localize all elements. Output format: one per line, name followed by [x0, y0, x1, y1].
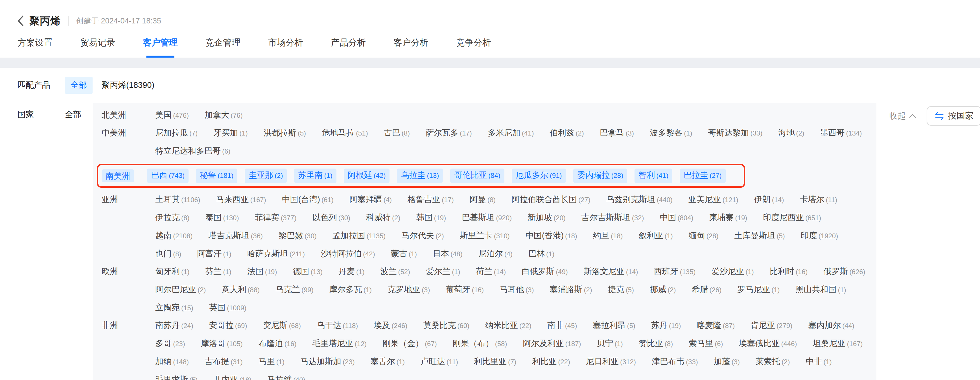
country-item[interactable]: 爱尔兰(1) [426, 267, 460, 278]
tab-竞企管理[interactable]: 竞企管理 [205, 37, 240, 57]
country-item[interactable]: 捷克(5) [608, 285, 634, 296]
continent-label[interactable]: 北美洲 [102, 110, 155, 120]
country-item[interactable]: 孟加拉国(1135) [332, 231, 386, 242]
country-item[interactable]: 伊朗(14) [754, 194, 784, 205]
country-item[interactable]: 斯里兰卡(310) [460, 231, 510, 242]
country-item[interactable]: 阿拉伯联合酋长国(27) [511, 194, 590, 205]
country-item[interactable]: 泰国(130) [205, 213, 239, 224]
country-item[interactable]: 刚果（布）(58) [453, 339, 507, 350]
tab-方案设置[interactable]: 方案设置 [18, 37, 52, 57]
country-item[interactable]: 马里(1) [259, 356, 285, 367]
country-item[interactable]: 科威特(2) [366, 213, 400, 224]
country-item[interactable]: 埃塞俄比亚(446) [739, 339, 797, 350]
country-item[interactable]: 马达加斯加(23) [300, 356, 355, 367]
country-item[interactable]: 印度(1920) [801, 231, 838, 242]
country-item[interactable]: 中国(香港)(18) [525, 231, 577, 242]
country-item[interactable]: 塔吉克斯坦(36) [208, 231, 263, 242]
continent-label[interactable]: 中美洲 [102, 128, 155, 137]
country-item[interactable]: 格鲁吉亚(17) [407, 194, 454, 205]
country-item[interactable]: 萨尔瓦多(17) [426, 128, 472, 139]
country-item[interactable]: 尼加拉瓜(7) [155, 128, 197, 139]
country-item[interactable]: 挪威(2) [650, 285, 676, 296]
country-item[interactable]: 摩洛哥(105) [201, 339, 243, 350]
country-item[interactable]: 丹麦(1) [339, 267, 364, 278]
country-item[interactable]: 波多黎各(1) [650, 128, 692, 139]
product-all-chip[interactable]: 全部 [65, 77, 92, 94]
country-item[interactable]: 哥斯达黎加(33) [708, 128, 762, 139]
country-item[interactable]: 巴基斯坦(920) [462, 213, 512, 224]
country-item[interactable]: 莫桑比克(60) [423, 320, 469, 331]
country-item[interactable]: 伊拉克(8) [155, 213, 189, 224]
by-country-button[interactable]: 按国家 [927, 106, 980, 126]
country-item[interactable]: 德国(13) [293, 267, 323, 278]
country-item[interactable]: 哈萨克斯坦(211) [247, 249, 305, 260]
country-item[interactable]: 巴林(1) [528, 249, 554, 260]
country-item[interactable]: 布隆迪(16) [259, 339, 297, 350]
country-item[interactable]: 马拉维(40) [267, 375, 305, 380]
country-item[interactable]: 阿富汗(1) [197, 249, 231, 260]
country-item[interactable]: 牙买加(1) [213, 128, 248, 139]
country-item[interactable]: 卡塔尔(11) [800, 194, 837, 205]
country-item[interactable]: 乌拉圭(13) [397, 169, 443, 183]
country-item[interactable]: 中非(1) [805, 356, 832, 367]
country-item[interactable]: 几内亚(18) [213, 375, 251, 380]
country-item[interactable]: 马尔代夫(2) [401, 231, 444, 242]
country-item[interactable]: 毛里求斯(5) [155, 375, 197, 380]
country-item[interactable]: 塞舌尔(1) [371, 356, 405, 367]
country-item[interactable]: 赞比亚(8) [639, 339, 673, 350]
country-item[interactable]: 塞内加尔(44) [808, 320, 854, 331]
country-item[interactable]: 沙特阿拉伯(42) [321, 249, 375, 260]
country-item[interactable]: 肯尼亚(279) [751, 320, 792, 331]
tab-竞争分析[interactable]: 竞争分析 [456, 37, 491, 57]
country-item[interactable]: 南苏丹(24) [155, 320, 193, 331]
country-item[interactable]: 匈牙利(1) [155, 267, 189, 278]
country-item[interactable]: 尼泊尔(4) [479, 249, 512, 260]
country-item[interactable]: 圭亚那(2) [245, 169, 287, 183]
country-item[interactable]: 伯利兹(2) [550, 128, 584, 139]
country-item[interactable]: 吉布提(31) [205, 356, 243, 367]
country-item[interactable]: 荷兰(14) [476, 267, 506, 278]
country-item[interactable]: 缅甸(28) [689, 231, 719, 242]
country-item[interactable]: 菲律宾(377) [255, 213, 296, 224]
country-item[interactable]: 黎巴嫩(30) [278, 231, 317, 242]
country-item[interactable]: 日本(48) [433, 249, 463, 260]
country-item[interactable]: 卢旺达(11) [420, 356, 458, 367]
country-item[interactable]: 新加坡(20) [528, 213, 566, 224]
country-item[interactable]: 塞拉利昂(5) [593, 320, 635, 331]
back-icon[interactable] [18, 16, 24, 26]
country-item[interactable]: 白俄罗斯(49) [522, 267, 568, 278]
country-item[interactable]: 土耳其(1106) [155, 194, 200, 205]
country-item[interactable]: 约旦(18) [593, 231, 623, 242]
country-item[interactable]: 贝宁(1) [597, 339, 623, 350]
country-item[interactable]: 哥伦比亚(84) [450, 169, 504, 183]
country-item[interactable]: 加纳(148) [155, 356, 189, 367]
country-item[interactable]: 洪都拉斯(5) [264, 128, 306, 139]
country-item[interactable]: 毛里塔尼亚(12) [312, 339, 367, 350]
country-item[interactable]: 中国(804) [660, 213, 694, 224]
country-item[interactable]: 斯洛文尼亚(14) [584, 267, 638, 278]
country-item[interactable]: 坦桑尼亚(167) [813, 339, 863, 350]
country-item[interactable]: 巴拿马(3) [600, 128, 634, 139]
country-item[interactable]: 芬兰(1) [205, 267, 231, 278]
continent-label[interactable]: 非洲 [102, 320, 155, 330]
country-item[interactable]: 波兰(52) [380, 267, 410, 278]
country-item[interactable]: 爱沙尼亚(1) [711, 267, 754, 278]
country-item[interactable]: 津巴布韦(33) [652, 356, 698, 367]
country-item[interactable]: 古巴(8) [384, 128, 410, 139]
collapse-toggle[interactable]: 收起 [889, 110, 916, 122]
country-item[interactable]: 也门(8) [155, 249, 181, 260]
country-item[interactable]: 多哥(23) [155, 339, 185, 350]
country-item[interactable]: 苏里南(1) [294, 169, 336, 183]
country-item[interactable]: 中国(台湾)(61) [282, 194, 334, 205]
country-item[interactable]: 海地(2) [778, 128, 804, 139]
country-item[interactable]: 多米尼加(41) [488, 128, 534, 139]
country-item[interactable]: 黑山共和国(1) [796, 285, 846, 296]
country-item[interactable]: 加拿大(76) [205, 110, 243, 121]
country-item[interactable]: 南非(45) [547, 320, 577, 331]
country-item[interactable]: 柬埔寨(19) [709, 213, 748, 224]
country-item[interactable]: 刚果（金）(67) [382, 339, 437, 350]
country-item[interactable]: 乌兹别克斯坦(440) [606, 194, 673, 205]
country-item[interactable]: 叙利亚(1) [638, 231, 673, 242]
tab-客户分析[interactable]: 客户分析 [393, 37, 428, 57]
country-item[interactable]: 俄罗斯(626) [824, 267, 865, 278]
